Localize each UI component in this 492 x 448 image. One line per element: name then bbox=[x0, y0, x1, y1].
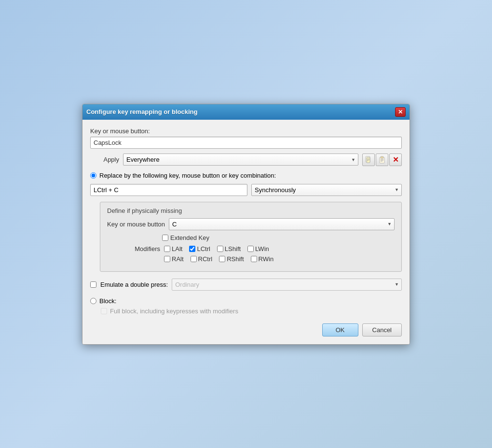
icon-buttons-group: ✕ bbox=[362, 154, 402, 166]
ordinary-select[interactable]: Ordinary bbox=[172, 279, 402, 291]
define-missing-box: Define if physically missing Key or mous… bbox=[100, 202, 402, 272]
modifiers-group: LAlt LCtrl LShift LWin bbox=[164, 245, 269, 252]
inner-key-mouse-row: Key or mouse button C bbox=[107, 218, 395, 230]
key-combo-row: Synchronously bbox=[90, 184, 402, 196]
dialog-title: Configure key remapping or blocking bbox=[86, 108, 197, 115]
lalt-item: LAlt bbox=[164, 245, 182, 252]
replace-radio[interactable] bbox=[90, 172, 96, 179]
copy-icon-button[interactable] bbox=[362, 154, 375, 166]
ralt-label: RAlt bbox=[172, 255, 184, 263]
rshift-checkbox[interactable] bbox=[219, 256, 225, 262]
extended-key-row: Extended Key bbox=[107, 234, 395, 241]
apply-select[interactable]: Everywhere bbox=[123, 154, 358, 166]
lshift-label: LShift bbox=[225, 245, 241, 252]
lctrl-checkbox[interactable] bbox=[189, 246, 195, 252]
block-section: Block: Full block, including keypresses … bbox=[90, 297, 402, 315]
ralt-item: RAlt bbox=[164, 255, 184, 263]
ordinary-select-wrapper: Ordinary bbox=[172, 279, 402, 291]
key-mouse-label: Key or mouse button: bbox=[90, 127, 402, 135]
close-button[interactable]: ✕ bbox=[395, 107, 406, 117]
modifiers-row-1: Modifiers LAlt LCtrl LShift bbox=[107, 245, 395, 252]
modifiers-group-2: RAlt RCtrl RShift RWin bbox=[164, 255, 273, 263]
modifiers-label: Modifiers bbox=[107, 245, 160, 252]
rwin-checkbox[interactable] bbox=[251, 256, 257, 262]
define-missing-title: Define if physically missing bbox=[107, 207, 395, 214]
svg-rect-6 bbox=[381, 156, 383, 158]
extended-key-checkbox[interactable] bbox=[162, 235, 168, 241]
lwin-checkbox[interactable] bbox=[247, 246, 254, 252]
inner-key-mouse-label: Key or mouse button bbox=[107, 221, 165, 228]
sync-select[interactable]: Synchronously bbox=[251, 184, 402, 196]
key-combo-input[interactable] bbox=[90, 184, 247, 196]
rctrl-label: RCtrl bbox=[198, 255, 213, 263]
ok-button[interactable]: OK bbox=[322, 323, 358, 336]
inner-key-select[interactable]: C bbox=[169, 218, 395, 230]
block-radio[interactable] bbox=[90, 298, 96, 304]
clipboard-icon bbox=[378, 156, 386, 164]
emulate-double-label: Emulate a double press: bbox=[100, 281, 168, 288]
apply-row: Apply Everywhere bbox=[90, 154, 402, 166]
sync-select-wrapper: Synchronously bbox=[251, 184, 402, 196]
replace-radio-row: Replace by the following key, mouse butt… bbox=[90, 172, 402, 179]
cancel-button[interactable]: Cancel bbox=[362, 323, 402, 336]
apply-label: Apply bbox=[90, 156, 119, 163]
modifiers-row-2: RAlt RCtrl RShift RWin bbox=[107, 255, 395, 263]
inner-key-select-wrapper: C bbox=[169, 218, 395, 230]
block-radio-row: Block: bbox=[90, 297, 402, 305]
replace-radio-label: Replace by the following key, mouse butt… bbox=[99, 172, 276, 179]
paste-icon-button[interactable] bbox=[376, 154, 388, 166]
rwin-label: RWin bbox=[259, 255, 274, 263]
title-bar: Configure key remapping or blocking ✕ bbox=[82, 104, 410, 120]
full-block-label: Full block, including keypresses with mo… bbox=[110, 308, 238, 315]
full-block-row: Full block, including keypresses with mo… bbox=[90, 308, 402, 315]
rctrl-checkbox[interactable] bbox=[191, 256, 197, 262]
block-label: Block: bbox=[99, 297, 116, 305]
emulate-double-row: Emulate a double press: Ordinary bbox=[90, 279, 402, 291]
rshift-item: RShift bbox=[219, 255, 244, 263]
ralt-checkbox[interactable] bbox=[164, 256, 170, 262]
button-row: OK Cancel bbox=[90, 322, 402, 336]
dialog-window: Configure key remapping or blocking ✕ Ke… bbox=[82, 104, 410, 345]
lctrl-item: LCtrl bbox=[189, 245, 210, 252]
full-block-checkbox[interactable] bbox=[101, 308, 107, 314]
dialog-body: Key or mouse button: Apply Everywhere bbox=[82, 120, 410, 344]
key-value-input[interactable] bbox=[90, 137, 402, 149]
delete-icon-button[interactable]: ✕ bbox=[389, 154, 402, 166]
document-icon bbox=[365, 156, 372, 164]
lalt-checkbox[interactable] bbox=[164, 246, 170, 252]
emulate-double-checkbox[interactable] bbox=[90, 281, 96, 288]
lshift-item: LShift bbox=[217, 245, 241, 252]
lwin-item: LWin bbox=[247, 245, 269, 252]
lwin-label: LWin bbox=[255, 245, 269, 252]
rwin-item: RWin bbox=[251, 255, 274, 263]
rctrl-item: RCtrl bbox=[191, 255, 213, 263]
rshift-label: RShift bbox=[227, 255, 244, 263]
lctrl-label: LCtrl bbox=[197, 245, 210, 252]
lalt-label: LAlt bbox=[172, 245, 182, 252]
lshift-checkbox[interactable] bbox=[217, 246, 223, 252]
extended-key-label: Extended Key bbox=[170, 234, 209, 241]
apply-select-wrapper: Everywhere bbox=[123, 154, 358, 166]
